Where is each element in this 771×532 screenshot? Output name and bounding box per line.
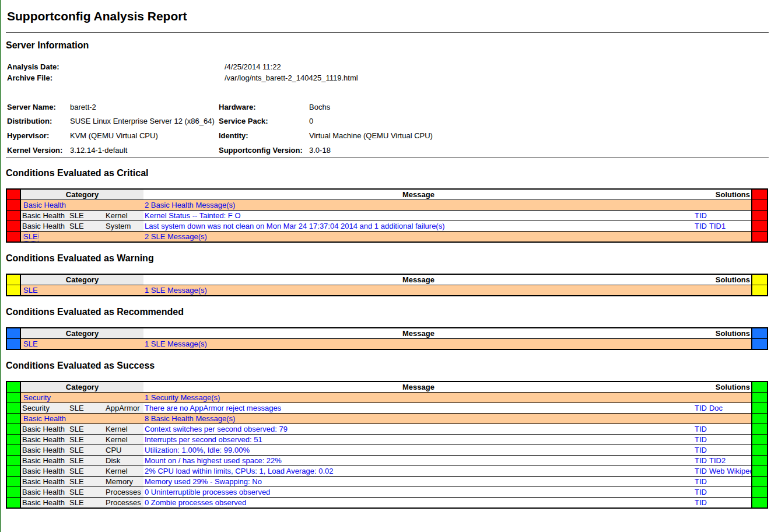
supportconfig-version-value: 3.0-18 xyxy=(309,143,769,158)
solution-link[interactable]: TID xyxy=(695,222,707,230)
category-group-link[interactable]: SLE xyxy=(23,232,38,241)
message-link[interactable]: Interrupts per second observed: 51 xyxy=(145,435,262,444)
severity-cell-critical xyxy=(6,221,20,232)
solutions-column-header: Solutions xyxy=(693,189,752,200)
condition-row: Basic HealthSLEDiskMount on / has highes… xyxy=(6,456,768,466)
category-cell-2: SLE xyxy=(68,477,104,487)
category-cell-1: Basic Health xyxy=(20,221,68,232)
severity-cell-success xyxy=(6,393,20,403)
category-cell-2: SLE xyxy=(68,487,104,498)
category-cell-3: Processes xyxy=(104,498,143,509)
condition-row: Basic HealthSLEMemoryMemory used 29% - S… xyxy=(6,477,768,487)
solution-link[interactable]: TID xyxy=(695,467,707,475)
section-warning: Conditions Evaluated as WarningCategoryM… xyxy=(6,253,769,296)
solution-link[interactable]: TID xyxy=(695,477,707,486)
table-header-row: CategoryMessageSolutions xyxy=(6,382,768,393)
group-message-link[interactable]: 2 Basic Health Message(s) xyxy=(145,201,235,209)
solutions-cell: TID xyxy=(693,435,752,445)
identity-value: Virtual Machine (QEMU Virtual CPU) xyxy=(309,128,769,143)
group-message-link[interactable]: 1 SLE Message(s) xyxy=(145,340,207,348)
group-message-cell: 2 SLE Message(s) xyxy=(143,232,693,243)
severity-cell-success xyxy=(6,424,20,435)
solution-link[interactable]: TID xyxy=(695,211,707,220)
solution-link[interactable]: TID2 xyxy=(709,456,726,465)
category-group-row: SLE1 SLE Message(s) xyxy=(6,339,768,350)
hypervisor-value: KVM (QEMU Virtual CPU) xyxy=(70,128,219,143)
solution-link[interactable]: TID xyxy=(695,446,707,454)
category-cell-1: Basic Health xyxy=(20,466,68,477)
kernel-version-label: Kernel Version: xyxy=(7,143,70,158)
solutions-cell xyxy=(693,285,752,296)
solutions-cell: TIDDoc xyxy=(693,403,752,414)
severity-cell-success xyxy=(6,435,20,445)
severity-cell-warning xyxy=(752,274,768,285)
severity-cell-success xyxy=(6,466,20,477)
category-group-link[interactable]: Basic Health xyxy=(23,201,66,209)
group-message-link[interactable]: 1 Security Message(s) xyxy=(145,393,220,402)
severity-cell-success xyxy=(6,487,20,498)
solutions-cell: TIDTID2 xyxy=(693,456,752,466)
solution-link[interactable]: TID xyxy=(695,456,707,465)
report-page: Supportconfig Analysis Report Server Inf… xyxy=(1,9,771,509)
section-heading-success: Conditions Evaluated as Success xyxy=(6,360,769,371)
message-link[interactable]: Context switches per second observed: 79 xyxy=(145,425,288,433)
message-link[interactable]: 0 Uninterruptible processes observed xyxy=(145,488,270,496)
message-cell: 2% CPU load within limits, CPUs: 1, Load… xyxy=(143,466,693,477)
message-link[interactable]: Last system down was not clean on Mon Ma… xyxy=(145,222,445,230)
archive-file-label: Archive File: xyxy=(7,72,225,83)
category-cell-1: Basic Health xyxy=(20,487,68,498)
severity-cell-success xyxy=(752,403,768,414)
hypervisor-label: Hypervisor: xyxy=(7,128,70,143)
severity-cell-critical xyxy=(752,189,768,200)
severity-cell-critical xyxy=(752,221,768,232)
conditions-table-warning: CategoryMessageSolutionsSLE1 SLE Message… xyxy=(6,274,768,296)
analysis-meta: Analysis Date: /4/25/2014 11:22 Archive … xyxy=(7,61,769,83)
solution-link[interactable]: TID xyxy=(695,425,707,433)
category-column-header: Category xyxy=(20,328,143,339)
category-group-link[interactable]: SLE xyxy=(23,340,38,348)
solution-link[interactable]: TID xyxy=(695,498,707,507)
group-message-link[interactable]: 2 SLE Message(s) xyxy=(145,232,207,241)
message-link[interactable]: Utilization: 1.00%, Idle: 99.00% xyxy=(145,446,250,454)
message-link[interactable]: 0 Zombie processes observed xyxy=(145,498,246,507)
conditions-table-critical: CategoryMessageSolutionsBasic Health2 Ba… xyxy=(6,188,768,243)
category-cell-3: AppArmor xyxy=(104,403,143,414)
group-category-cell: SLE xyxy=(20,339,143,350)
message-link[interactable]: There are no AppArmor reject messages xyxy=(145,404,281,412)
category-cell-1: Basic Health xyxy=(20,456,68,466)
solution-link[interactable]: Doc xyxy=(709,404,723,412)
solution-link[interactable]: Wikipedia xyxy=(727,467,752,475)
service-pack-value: 0 xyxy=(309,114,769,129)
message-link[interactable]: Mount on / has highest used space: 22% xyxy=(145,456,282,465)
severity-cell-success xyxy=(6,403,20,414)
solution-link[interactable]: TID xyxy=(695,488,707,496)
solution-link[interactable]: TID1 xyxy=(709,222,726,230)
category-cell-1: Basic Health xyxy=(20,445,68,456)
severity-cell-success xyxy=(6,382,20,393)
solutions-cell: TID xyxy=(693,211,752,221)
category-column-header: Category xyxy=(20,189,143,200)
category-cell-2: SLE xyxy=(68,221,104,232)
message-link[interactable]: Kernel Status -- Tainted: F O xyxy=(145,211,241,220)
category-group-link[interactable]: SLE xyxy=(23,286,38,295)
message-link[interactable]: 2% CPU load within limits, CPUs: 1, Load… xyxy=(145,467,333,475)
solutions-cell: TID xyxy=(693,445,752,456)
category-group-link[interactable]: Basic Health xyxy=(23,414,66,423)
solutions-cell: TID xyxy=(693,424,752,435)
solutions-cell xyxy=(693,200,752,211)
analysis-date-label: Analysis Date: xyxy=(7,61,225,72)
solution-link[interactable]: Web xyxy=(709,467,725,475)
solutions-cell: TID xyxy=(693,477,752,487)
group-message-link[interactable]: 8 Basic Health Message(s) xyxy=(145,414,235,423)
severity-cell-recommended xyxy=(6,328,20,339)
severity-cell-success xyxy=(6,456,20,466)
category-group-link[interactable]: Security xyxy=(23,393,51,402)
message-link[interactable]: Memory used 29% - Swapping: No xyxy=(145,477,262,486)
group-category-cell: Basic Health xyxy=(20,200,143,211)
solution-link[interactable]: TID xyxy=(695,435,707,444)
identity-label: Identity: xyxy=(219,128,309,143)
solution-link[interactable]: TID xyxy=(695,404,707,412)
server-name-label: Server Name: xyxy=(7,100,70,114)
condition-row: Basic HealthSLEProcesses0 Uninterruptibl… xyxy=(6,487,768,498)
group-message-link[interactable]: 1 SLE Message(s) xyxy=(145,286,207,295)
